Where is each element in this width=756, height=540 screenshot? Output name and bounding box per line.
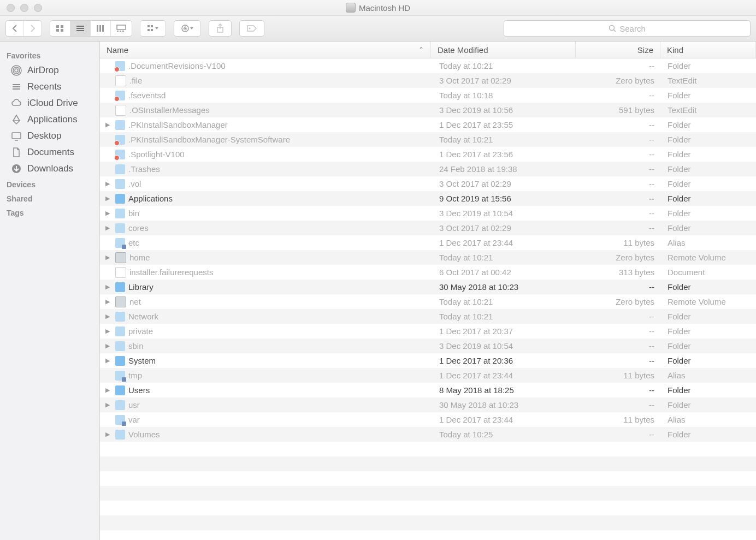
disclosure-triangle-icon[interactable]: ▶ [103,401,112,408]
file-name: etc [128,238,139,247]
disclosure-triangle-icon[interactable]: ▶ [103,224,112,232]
folder-icon [115,282,125,292]
disclosure-triangle-icon[interactable]: ▶ [103,357,112,364]
svg-rect-9 [102,25,104,32]
file-row[interactable]: ▶NetworkToday at 10:21--Folder [100,309,756,324]
file-row[interactable]: ▶.vol3 Oct 2017 at 02:29--Folder [100,176,756,191]
file-size: -- [577,341,661,351]
view-column-button[interactable] [91,21,111,36]
file-row[interactable]: ▶VolumesToday at 10:25--Folder [100,427,756,442]
file-row[interactable]: etc1 Dec 2017 at 23:4411 bytesAlias [100,235,756,250]
empty-row [100,442,756,456]
folder-icon [115,430,125,440]
sidebar-item-applications[interactable]: Applications [0,111,99,128]
folder-icon [115,194,125,204]
sidebar-item-downloads[interactable]: Downloads [0,161,99,177]
file-row[interactable]: ▶private1 Dec 2017 at 20:37--Folder [100,324,756,339]
file-row[interactable]: installer.failurerequests6 Oct 2017 at 0… [100,265,756,280]
file-kind: Folder [661,282,756,292]
file-size: -- [577,91,661,100]
file-row[interactable]: var1 Dec 2017 at 23:4411 bytesAlias [100,412,756,427]
file-size: -- [577,327,661,336]
view-gallery-button[interactable] [111,21,132,36]
file-size: -- [577,223,661,233]
file-kind: TextEdit [661,76,756,85]
view-list-button[interactable] [70,21,91,36]
disclosure-triangle-icon[interactable]: ▶ [103,254,112,261]
disclosure-triangle-icon[interactable]: ▶ [103,180,112,187]
share-button[interactable] [209,20,232,37]
forward-button[interactable] [24,21,42,36]
column-kind[interactable]: Kind [660,41,756,58]
disclosure-triangle-icon[interactable]: ▶ [103,387,112,394]
disclosure-triangle-icon[interactable]: ▶ [103,195,112,202]
disclosure-triangle-icon[interactable]: ▶ [103,210,112,217]
file-date: 3 Dec 2019 at 10:56 [433,105,577,115]
svg-rect-14 [147,25,150,27]
file-row[interactable]: ▶Applications9 Oct 2019 at 15:56--Folder [100,191,756,206]
sidebar-item-desktop[interactable]: Desktop [0,128,99,144]
file-row[interactable]: ▶netToday at 10:21Zero bytesRemote Volum… [100,294,756,309]
folder-icon [115,164,125,174]
file-kind: Folder [661,327,756,336]
file-name: .PKInstallSandboxManager [128,120,228,129]
file-row[interactable]: .Spotlight-V1001 Dec 2017 at 23:56--Fold… [100,147,756,162]
file-date: Today at 10:21 [433,312,577,321]
file-kind: Alias [661,371,756,380]
file-size: -- [577,194,661,203]
file-row[interactable]: .PKInstallSandboxManager-SystemSoftwareT… [100,132,756,147]
column-name[interactable]: Name ⌃ [100,41,431,58]
disclosure-triangle-icon[interactable]: ▶ [103,342,112,349]
sidebar: FavoritesAirDropRecentsiCloud DriveAppli… [0,41,100,540]
tags-button[interactable] [239,20,264,37]
disclosure-triangle-icon[interactable]: ▶ [103,313,112,320]
file-row[interactable]: ▶System1 Dec 2017 at 20:36--Folder [100,353,756,368]
file-row[interactable]: tmp1 Dec 2017 at 23:4411 bytesAlias [100,368,756,383]
file-size: 313 bytes [577,268,661,277]
file-size: -- [577,356,661,365]
file-row[interactable]: ▶homeToday at 10:21Zero bytesRemote Volu… [100,250,756,265]
file-kind: Folder [661,400,756,410]
file-row[interactable]: ▶.PKInstallSandboxManager1 Dec 2017 at 2… [100,117,756,132]
file-row[interactable]: ▶cores3 Oct 2017 at 02:29--Folder [100,221,756,235]
back-button[interactable] [6,21,24,36]
disclosure-triangle-icon[interactable]: ▶ [103,328,112,335]
sidebar-item-documents[interactable]: Documents [0,144,99,161]
file-row[interactable]: .DocumentRevisions-V100Today at 10:21--F… [100,58,756,73]
disclosure-triangle-icon[interactable]: ▶ [103,121,112,128]
sidebar-item-recents[interactable]: Recents [0,79,99,95]
disclosure-triangle-icon[interactable]: ▶ [103,431,112,438]
file-row[interactable]: ▶sbin3 Dec 2019 at 10:54--Folder [100,339,756,353]
column-size[interactable]: Size [576,41,660,58]
file-size: Zero bytes [577,253,661,262]
action-menu-button[interactable] [174,20,201,37]
svg-rect-0 [56,25,59,28]
file-row[interactable]: ▶Library30 May 2018 at 10:23--Folder [100,280,756,294]
file-row[interactable]: .fseventsdToday at 10:18--Folder [100,88,756,103]
sidebar-item-airdrop[interactable]: AirDrop [0,62,99,79]
file-kind: Folder [661,223,756,233]
file-name: .DocumentRevisions-V100 [128,61,226,70]
file-row[interactable]: ▶usr30 May 2018 at 10:23--Folder [100,397,756,412]
disk-icon [346,3,356,13]
sidebar-item-icloud-drive[interactable]: iCloud Drive [0,95,99,111]
file-row[interactable]: .Trashes24 Feb 2018 at 19:38--Folder [100,162,756,176]
file-date: Today at 10:25 [433,430,577,439]
disclosure-triangle-icon[interactable]: ▶ [103,283,112,290]
file-date: 3 Oct 2017 at 02:29 [433,179,577,188]
folder-icon [115,312,125,322]
group-by-button[interactable] [140,20,166,37]
file-row[interactable]: .OSInstallerMessages3 Dec 2019 at 10:565… [100,103,756,117]
svg-rect-3 [61,29,63,32]
column-date[interactable]: Date Modified [431,41,576,58]
folder-icon [115,385,125,395]
disclosure-triangle-icon[interactable]: ▶ [103,298,112,305]
file-row[interactable]: .file3 Oct 2017 at 02:29Zero bytesTextEd… [100,73,756,88]
restricted-badge-icon [114,96,120,102]
file-date: 1 Dec 2017 at 23:44 [433,238,577,247]
search-field[interactable]: Search [504,20,751,37]
file-name: home [129,253,150,262]
view-icon-button[interactable] [50,21,70,36]
file-row[interactable]: ▶Users8 May 2018 at 18:25--Folder [100,383,756,397]
file-row[interactable]: ▶bin3 Dec 2019 at 10:54--Folder [100,206,756,221]
